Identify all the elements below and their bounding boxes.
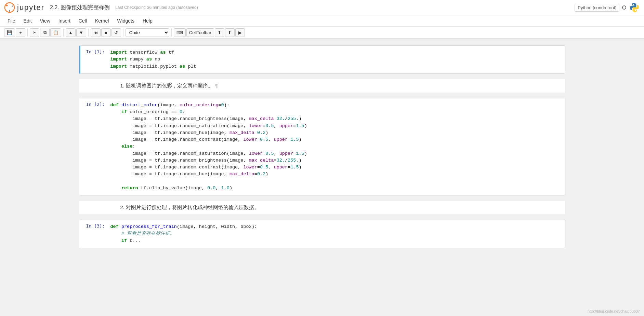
jupyter-logo-icon — [4, 2, 15, 13]
menu-edit[interactable]: Edit — [20, 17, 35, 25]
cut-button[interactable]: ✂ — [30, 28, 39, 37]
keyboard-shortcut-button[interactable]: ⌨ — [174, 28, 186, 37]
save-button[interactable]: 💾 — [4, 28, 15, 37]
topbar: jupyter 2.2. 图像预处理完整样例 Last Checkpoint: … — [0, 0, 644, 15]
run-button[interactable]: ▶ — [235, 28, 245, 37]
paste-button[interactable]: 📋 — [50, 28, 61, 37]
kernel-status-icon — [622, 5, 626, 10]
toolbar-separator-3 — [88, 28, 89, 37]
cell-2-prompt: In [2]: — [80, 98, 108, 195]
stop-button[interactable]: ■ — [101, 28, 111, 37]
markdown-cell-1: 1. 随机调整图片的色彩，定义两种顺序。¶ — [79, 79, 565, 93]
download-button[interactable]: ⬆ — [215, 28, 224, 37]
toolbar-separator-4 — [123, 28, 123, 37]
move-down-button[interactable]: ▼ — [76, 28, 86, 37]
python-logo-icon — [629, 2, 640, 13]
logo-text: jupyter — [17, 3, 44, 12]
cell-3[interactable]: In [3]: def preprocess_for_train(image, … — [79, 220, 565, 248]
cell-type-select[interactable]: Code Markdown Raw NBConvert — [126, 28, 169, 37]
svg-point-2 — [12, 5, 13, 7]
menu-view[interactable]: View — [37, 17, 54, 25]
menu-file[interactable]: File — [4, 17, 19, 25]
menubar: File Edit View Insert Cell Kernel Widget… — [0, 15, 644, 27]
main-content: In [1]: import tensorflow as tf import n… — [66, 39, 579, 260]
toolbar-separator-2 — [63, 28, 64, 37]
share-button[interactable]: ⬆ — [225, 28, 235, 37]
python-badge: Python [conda root] — [575, 2, 640, 13]
cell-2[interactable]: In [2]: def distort_color(image, color_o… — [79, 98, 565, 195]
checkpoint-info: Last Checkpoint: 36 minutes ago (autosav… — [115, 5, 198, 10]
menu-kernel[interactable]: Kernel — [92, 17, 112, 25]
kernel-label: Python [conda root] — [575, 4, 619, 12]
menu-widgets[interactable]: Widgets — [114, 17, 138, 25]
celltoolbar-button[interactable]: CellToolbar — [186, 28, 214, 37]
menu-cell[interactable]: Cell — [75, 17, 90, 25]
markdown-2-text: 2. 对图片进行预处理，将图片转化成神经网络的输入层数据。 — [120, 204, 260, 210]
cell-3-prompt: In [3]: — [80, 220, 108, 248]
toolbar-separator-5 — [171, 28, 172, 37]
menu-insert[interactable]: Insert — [55, 17, 74, 25]
menu-help[interactable]: Help — [139, 17, 156, 25]
move-up-button[interactable]: ▲ — [66, 28, 76, 37]
svg-point-3 — [9, 10, 10, 12]
toolbar-separator-1 — [27, 28, 28, 37]
logo: jupyter — [4, 2, 44, 13]
restart-button[interactable]: ↺ — [111, 28, 121, 37]
fast-backward-button[interactable]: ⏮ — [91, 28, 101, 37]
cell-2-content[interactable]: def distort_color(image, color_ordering=… — [108, 98, 565, 195]
svg-point-1 — [6, 5, 8, 6]
markdown-1-text: 1. 随机调整图片的色彩，定义两种顺序。 — [120, 83, 213, 88]
add-cell-button[interactable]: + — [16, 28, 25, 37]
cell-1-content[interactable]: import tensorflow as tf import numpy as … — [108, 46, 565, 73]
markdown-cell-2: 2. 对图片进行预处理，将图片转化成神经网络的输入层数据。 — [79, 201, 565, 214]
toolbar: 💾 + ✂ ⧉ 📋 ▲ ▼ ⏮ ■ ↺ Code Markdown Raw NB… — [0, 27, 644, 39]
pilcrow-icon-1: ¶ — [215, 83, 218, 88]
cell-1-prompt: In [1]: — [80, 46, 108, 73]
notebook-title[interactable]: 2.2. 图像预处理完整样例 — [50, 4, 110, 11]
cell-3-content[interactable]: def preprocess_for_train(image, height, … — [108, 220, 565, 248]
copy-button[interactable]: ⧉ — [40, 28, 50, 37]
cell-1[interactable]: In [1]: import tensorflow as tf import n… — [79, 45, 565, 74]
